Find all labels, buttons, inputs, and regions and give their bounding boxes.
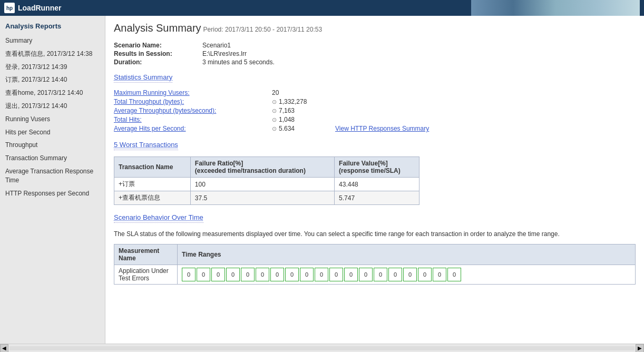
time-box-0-12[interactable]: 0 [359,268,373,281]
stat-row-3: Total Hits:⊙1,048 [114,116,636,123]
time-box-0-11[interactable]: 0 [344,268,358,281]
stat-extra-link-4[interactable]: View HTTP Responses Summary [335,125,429,132]
clock-icon-2: ⊙ [272,107,277,114]
stat-value-0: 20 [272,89,335,96]
stat-value-1: ⊙1,332,278 [272,98,335,105]
stats-rows-container: Maximum Running Vusers:20Total Throughpu… [114,89,636,132]
bottom-scrollbar[interactable]: ◀ ▶ [0,344,644,352]
sla-col-time-ranges: Time Ranges [178,245,636,265]
stat-link-4[interactable]: Average Hits per Second: [114,125,272,132]
sla-table: Measurement Name Time Ranges Application… [114,244,636,285]
time-box-0-18[interactable]: 0 [447,268,461,281]
worst-value-1: 5.747 [335,191,419,205]
worst-row-1: +查看机票信息37.55.747 [114,191,419,205]
scroll-track[interactable] [9,346,635,350]
page-title-row: Analysis Summary Period: 2017/3/11 20:50… [114,22,636,34]
sidebar-item-transaction-summary[interactable]: Transaction Summary [0,152,105,165]
results-row: Results in Session: E:\LR\res\res.lrr [114,50,636,57]
worst-ratio-0: 100 [190,178,334,191]
scenario-behavior-header[interactable]: Scenario Behavior Over Time [114,213,203,223]
sla-row-0: Application Under Test Errors00000000000… [114,265,636,285]
worst-transactions-section: 5 Worst Transactions Transaction Name Fa… [114,141,636,205]
scenario-name-row: Scenario Name: Scenario1 [114,42,636,49]
time-box-0-17[interactable]: 0 [433,268,446,281]
stat-link-2[interactable]: Average Throughput (bytes/second): [114,107,272,114]
stat-value-text-0: 20 [272,89,279,96]
time-box-0-5[interactable]: 0 [256,268,269,281]
worst-transactions-header[interactable]: 5 Worst Transactions [114,141,178,150]
stat-row-1: Total Throughput (bytes):⊙1,332,278 [114,98,636,105]
sidebar-item-chakan-piaowuxinxi[interactable]: 查看机票信息, 2017/3/12 14:38 [0,47,105,61]
stat-value-text-4: 5.634 [279,125,295,132]
time-box-0-10[interactable]: 0 [329,268,343,281]
stat-value-text-3: 1,048 [279,116,295,123]
time-box-0-6[interactable]: 0 [270,268,284,281]
sidebar-item-avg-transaction-response-time[interactable]: Average Transaction Response Time [0,165,105,187]
app-name: LoadRunner [18,4,61,12]
worst-value-0: 43.448 [335,178,419,191]
worst-transactions-table: Transaction Name Failure Ratio[%](exceed… [114,157,419,205]
duration-row: Duration: 3 minutes and 5 seconds. [114,58,636,66]
sidebar-item-tuichu[interactable]: 退出, 2017/3/12 14:40 [0,100,105,113]
stat-row-2: Average Throughput (bytes/second):⊙7,163 [114,107,636,114]
time-box-0-9[interactable]: 0 [315,268,328,281]
sidebar-item-throughput[interactable]: Throughput [0,139,105,152]
time-box-0-0[interactable]: 0 [182,268,196,281]
sidebar-item-http-responses-per-second[interactable]: HTTP Responses per Second [0,187,105,200]
time-box-0-1[interactable]: 0 [197,268,210,281]
page-period: Period: 2017/3/11 20:50 - 2017/3/11 20:5… [203,26,323,33]
worst-name-0: +订票 [114,178,191,191]
sidebar-item-dingpiao[interactable]: 订票, 2017/3/12 14:40 [0,73,105,86]
sidebar-items-container: Summary查看机票信息, 2017/3/12 14:38登录, 2017/3… [0,34,105,200]
clock-icon-1: ⊙ [272,99,277,105]
scenario-name-label: Scenario Name: [114,42,198,49]
time-box-0-15[interactable]: 0 [403,268,417,281]
sidebar-item-summary[interactable]: Summary [0,34,105,47]
time-box-0-14[interactable]: 0 [388,268,402,281]
time-box-0-13[interactable]: 0 [374,268,387,281]
sla-time-ranges-0: 0000000000000000000 [178,265,636,285]
stat-link-0[interactable]: Maximum Running Vusers: [114,89,272,96]
content-area: Analysis Summary Period: 2017/3/11 20:50… [105,16,644,344]
clock-icon-3: ⊙ [272,116,277,123]
stat-value-text-2: 7,163 [279,107,295,114]
duration-label: Duration: [114,58,198,66]
stat-value-text-1: 1,332,278 [279,98,307,105]
app-header: hp LoadRunner [0,0,644,16]
main-layout: Analysis Reports Summary查看机票信息, 2017/3/1… [0,16,644,344]
time-box-0-7[interactable]: 0 [285,268,299,281]
logo-area: hp LoadRunner [4,3,61,13]
stat-value-2: ⊙7,163 [272,107,335,114]
results-value: E:\LR\res\res.lrr [202,50,247,57]
time-box-0-2[interactable]: 0 [211,268,225,281]
stat-link-3[interactable]: Total Hits: [114,116,272,123]
scroll-right-arrow[interactable]: ▶ [636,344,644,353]
stat-row-4: Average Hits per Second:⊙5.634View HTTP … [114,125,636,132]
sidebar-item-hits-per-second[interactable]: Hits per Second [0,126,105,139]
sidebar: Analysis Reports Summary查看机票信息, 2017/3/1… [0,16,105,344]
stat-link-1[interactable]: Total Throughput (bytes): [114,98,272,105]
sidebar-item-chakan-home[interactable]: 查看home, 2017/3/12 14:40 [0,86,105,100]
sidebar-item-denglu[interactable]: 登录, 2017/3/12 14:39 [0,61,105,74]
hp-logo-icon: hp [4,3,15,13]
sla-col-measurement: Measurement Name [114,245,178,265]
scenario-behavior-desc: The SLA status of the following measurem… [114,229,636,239]
duration-value: 3 minutes and 5 seconds. [202,58,275,66]
info-table: Scenario Name: Scenario1 Results in Sess… [114,42,636,66]
scroll-left-arrow[interactable]: ◀ [0,344,8,353]
time-box-0-3[interactable]: 0 [226,268,240,281]
col-failure-ratio: Failure Ratio[%](exceeded time/transacti… [190,157,334,178]
time-ranges-cell-0: 0000000000000000000 [182,268,631,281]
hp-logo-text: hp [6,5,13,11]
time-box-0-16[interactable]: 0 [418,268,432,281]
stat-row-0: Maximum Running Vusers:20 [114,89,636,96]
clock-icon-4: ⊙ [272,125,277,132]
sidebar-title: Analysis Reports [0,20,105,34]
worst-tbody: +订票10043.448+查看机票信息37.55.747 [114,178,419,205]
statistics-summary-header[interactable]: Statistics Summary [114,73,172,83]
time-box-0-8[interactable]: 0 [300,268,314,281]
worst-name-1: +查看机票信息 [114,191,191,205]
time-box-0-4[interactable]: 0 [241,268,255,281]
sidebar-item-running-vusers[interactable]: Running Vusers [0,113,105,126]
results-label: Results in Session: [114,50,198,57]
